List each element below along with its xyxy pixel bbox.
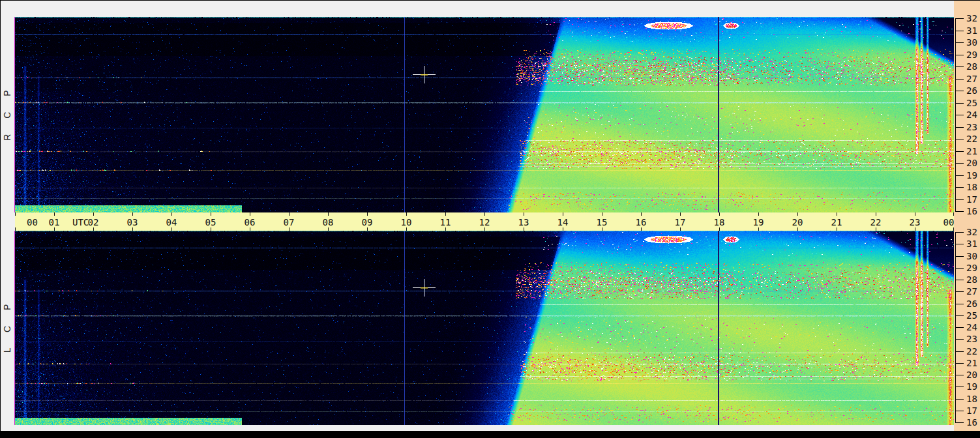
time-tick-top	[132, 212, 133, 216]
time-tick-top	[563, 212, 563, 216]
freq-tick	[955, 187, 964, 188]
freq-label: 30	[966, 251, 977, 261]
time-tick-top	[719, 212, 720, 216]
freq-tick	[955, 422, 964, 423]
time-tick-top	[758, 212, 759, 216]
freq-tick	[955, 199, 964, 200]
bottom-strip	[1, 431, 980, 438]
freq-label: 28	[966, 274, 977, 285]
freq-label: 25	[966, 98, 977, 108]
freq-tick	[955, 211, 964, 212]
time-tick-top	[524, 212, 524, 216]
time-tick-top	[211, 212, 211, 216]
frequency-scale: 3231302928272625242322212019181716323130…	[954, 1, 980, 431]
freq-tick	[955, 291, 964, 292]
freq-tick	[955, 304, 964, 304]
freq-tick	[955, 256, 964, 257]
freq-label: 25	[966, 310, 977, 321]
hour-label: 16	[636, 217, 647, 227]
time-tick-top	[641, 212, 642, 216]
hour-label: 22	[870, 217, 882, 227]
freq-label: 19	[966, 170, 977, 181]
freq-label: 24	[966, 110, 977, 120]
freq-label: 17	[966, 405, 977, 416]
freq-tick	[955, 42, 964, 43]
time-tick-top	[406, 212, 407, 216]
time-tick-top	[445, 212, 446, 216]
freq-label: 28	[966, 61, 977, 72]
utc-unit-label: UTC	[72, 217, 89, 227]
freq-tick	[955, 151, 964, 152]
hour-label: 09	[362, 217, 373, 227]
freq-label: 22	[966, 346, 977, 357]
panel-left-edge-lcp	[14, 231, 15, 425]
time-tick-top	[680, 212, 681, 216]
spectrogram-lcp	[15, 231, 954, 425]
hour-label: 21	[831, 217, 842, 227]
freq-label: 18	[966, 394, 977, 404]
hour-label: 19	[753, 217, 764, 227]
hour-label: 06	[245, 217, 256, 227]
freq-label: 23	[966, 122, 977, 132]
freq-tick	[955, 66, 964, 67]
time-tick-top	[876, 212, 876, 216]
freq-tick	[955, 244, 964, 244]
hour-label: 04	[166, 217, 177, 227]
freq-tick	[955, 387, 964, 387]
freq-tick	[955, 411, 964, 411]
hour-label: 00	[943, 217, 955, 227]
freq-label: 20	[966, 370, 977, 380]
time-tick-top	[289, 212, 290, 216]
time-tick-top	[915, 212, 915, 216]
freq-label: 16	[966, 206, 977, 216]
freq-label: 22	[966, 134, 977, 144]
freq-label: 32	[966, 13, 977, 23]
freq-tick	[955, 55, 964, 55]
time-tick-top	[602, 212, 602, 216]
time-tick-top	[93, 212, 94, 216]
time-tick-top	[367, 212, 368, 216]
freq-label: 31	[966, 25, 977, 36]
freq-label: 18	[966, 182, 977, 192]
hour-label: 01	[49, 217, 60, 227]
hour-label: 20	[792, 217, 803, 227]
time-tick-top	[250, 212, 250, 216]
hour-label: 14	[557, 217, 569, 227]
freq-tick	[955, 351, 964, 352]
freq-tick	[955, 163, 964, 164]
freq-tick	[955, 268, 964, 269]
hour-label: 07	[284, 217, 295, 227]
freq-tick	[955, 363, 964, 364]
freq-tick	[955, 31, 964, 31]
freq-label: 21	[966, 146, 977, 156]
panel-left-edge-rcp	[14, 17, 15, 212]
hour-label: 13	[518, 217, 529, 227]
hour-label: 08	[323, 217, 334, 227]
time-tick-top	[484, 212, 485, 216]
freq-tick	[955, 139, 964, 139]
time-tick-top	[328, 212, 329, 216]
freq-label: 31	[966, 239, 977, 249]
freq-label: 26	[966, 85, 977, 96]
freq-tick	[955, 103, 964, 104]
time-tick-top	[15, 212, 16, 216]
time-tick-top	[171, 212, 172, 216]
hour-label: 10	[401, 217, 412, 227]
freq-tick	[955, 232, 964, 233]
freq-tick	[955, 115, 964, 115]
hour-label: 15	[597, 217, 608, 227]
freq-tick	[955, 127, 964, 128]
freq-label: 29	[966, 263, 977, 273]
freq-tick	[955, 18, 964, 19]
hour-label: 17	[675, 217, 686, 227]
freq-label: 17	[966, 194, 977, 205]
freq-label: 27	[966, 74, 977, 84]
hour-label: 05	[205, 217, 216, 227]
freq-tick	[955, 79, 964, 80]
title-bar: AJ4CO Observatory 05 Feb 2023 - DPS on T…	[1, 1, 958, 17]
hour-label: 12	[479, 217, 490, 227]
freq-label: 26	[966, 299, 977, 309]
time-tick-top	[54, 212, 55, 216]
polarization-label-rcp: R C P	[2, 69, 12, 160]
freq-tick	[955, 339, 964, 340]
